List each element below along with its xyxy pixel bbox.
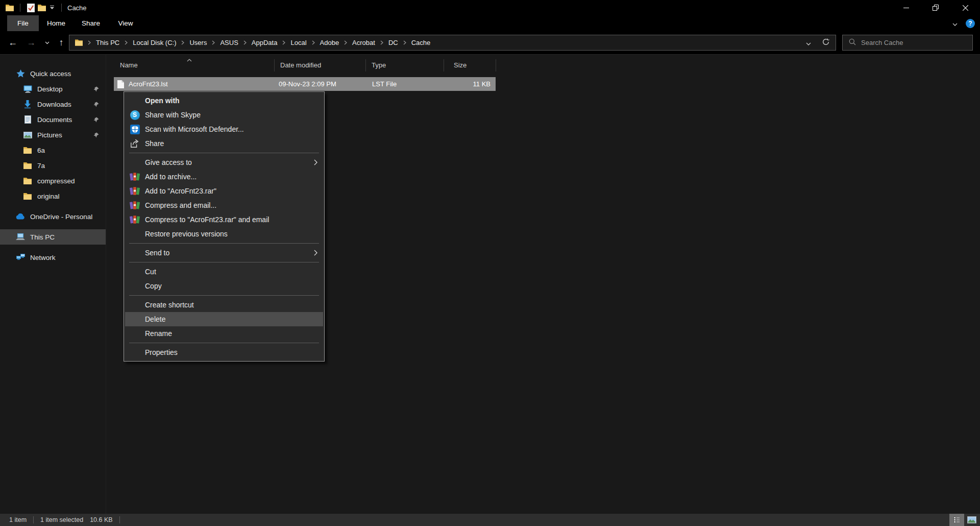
- breadcrumb-chevron-icon: [344, 40, 347, 45]
- breadcrumb-users[interactable]: Users: [188, 39, 208, 46]
- menu-item-cut[interactable]: Cut: [124, 265, 324, 279]
- column-header-date-modified[interactable]: Date modified: [274, 55, 365, 75]
- breadcrumb-cache[interactable]: Cache: [410, 39, 432, 46]
- address-dropdown-chevron-icon[interactable]: [806, 38, 811, 47]
- menu-item-label: Share with Skype: [145, 111, 201, 119]
- restore-button[interactable]: [921, 0, 950, 15]
- sidebar-item-label: OneDrive - Personal: [30, 213, 92, 221]
- sidebar-item-this-pc[interactable]: This PC: [0, 229, 106, 245]
- column-header-name[interactable]: Name: [114, 55, 274, 75]
- file-explorer-window: Cache File Home Share View ? ← →: [0, 0, 980, 526]
- menu-item-compress-to-rar-and-email[interactable]: Compress to "AcroFnt23.rar" and email: [124, 212, 324, 227]
- menu-separator: [129, 153, 319, 153]
- menu-item-share[interactable]: Share: [124, 136, 324, 151]
- search-icon: [849, 38, 856, 47]
- menu-item-give-access-to[interactable]: Give access to: [124, 155, 324, 170]
- menu-item-scan-with-defender[interactable]: Scan with Microsoft Defender...: [124, 122, 324, 136]
- search-input[interactable]: [861, 39, 963, 46]
- breadcrumb-chevron-icon: [125, 40, 128, 45]
- toolbar-separator: [61, 4, 62, 12]
- sidebar-item-downloads[interactable]: Downloads: [0, 97, 106, 112]
- toolbar-separator: [20, 4, 20, 12]
- column-divider[interactable]: [444, 59, 444, 71]
- sidebar-item-desktop[interactable]: Desktop: [0, 81, 106, 97]
- breadcrumb-local[interactable]: Local: [289, 39, 307, 46]
- sidebar-item-6a[interactable]: 6a: [0, 142, 106, 158]
- breadcrumb-appdata[interactable]: AppData: [251, 39, 279, 46]
- column-header-type[interactable]: Type: [365, 55, 444, 75]
- submenu-chevron-icon: [314, 159, 317, 165]
- ribbon-tabs: File Home Share View: [0, 15, 980, 31]
- sidebar-item-7a[interactable]: 7a: [0, 158, 106, 173]
- menu-item-share-with-skype[interactable]: S Share with Skype: [124, 108, 324, 122]
- menu-item-copy[interactable]: Copy: [124, 279, 324, 293]
- menu-item-delete[interactable]: Delete: [125, 312, 323, 326]
- sidebar-item-quick-access[interactable]: Quick access: [0, 66, 106, 81]
- address-bar-tail: [806, 35, 829, 50]
- sidebar-item-onedrive[interactable]: OneDrive - Personal: [0, 209, 106, 224]
- column-divider[interactable]: [274, 59, 275, 71]
- address-bar[interactable]: This PC Local Disk (C:) Users ASUS AppDa…: [69, 35, 836, 51]
- selection-size: 10.6 KB: [90, 516, 112, 523]
- minimize-button[interactable]: [891, 0, 921, 15]
- customize-toolbar-chevron-icon[interactable]: [47, 2, 57, 14]
- menu-item-add-to-archive[interactable]: Add to archive...: [124, 170, 324, 184]
- onedrive-cloud-icon: [15, 213, 26, 220]
- breadcrumb-chevron-icon: [243, 40, 247, 45]
- recent-locations-chevron-icon[interactable]: [41, 31, 53, 54]
- menu-item-label: Restore previous versions: [145, 230, 228, 238]
- column-divider[interactable]: [496, 59, 496, 71]
- back-button[interactable]: ←: [4, 31, 21, 54]
- breadcrumb-chevron-icon: [181, 40, 184, 45]
- menu-separator: [129, 262, 319, 262]
- column-headers: Name Date modified Type Size: [106, 55, 980, 75]
- search-box[interactable]: [842, 35, 973, 51]
- tab-share[interactable]: Share: [74, 15, 108, 31]
- menu-item-properties[interactable]: Properties: [124, 345, 324, 360]
- new-folder-icon[interactable]: [36, 2, 47, 14]
- refresh-icon[interactable]: [822, 38, 829, 47]
- breadcrumb-this-pc[interactable]: This PC: [95, 39, 120, 46]
- expand-ribbon-chevron-icon[interactable]: [952, 19, 958, 28]
- column-header-size[interactable]: Size: [444, 55, 496, 75]
- menu-item-open-with[interactable]: Open with: [124, 93, 324, 108]
- navigation-pane: Quick access Desktop Downloads: [0, 55, 106, 514]
- table-row-selected[interactable]: AcroFnt23.lst 09-Nov-23 2:09 PM LST File…: [114, 77, 496, 91]
- file-name: AcroFnt23.lst: [129, 80, 168, 88]
- network-icon: [15, 254, 26, 261]
- window-title: Cache: [67, 4, 87, 12]
- properties-icon[interactable]: [25, 2, 36, 14]
- selection-count: 1 item selected: [40, 516, 83, 523]
- menu-separator: [129, 243, 319, 244]
- sidebar-item-pictures[interactable]: Pictures: [0, 127, 106, 142]
- breadcrumb-acrobat[interactable]: Acrobat: [351, 39, 376, 46]
- menu-item-send-to[interactable]: Send to: [124, 246, 324, 260]
- menu-item-create-shortcut[interactable]: Create shortcut: [124, 298, 324, 312]
- tab-file[interactable]: File: [7, 15, 39, 31]
- tab-home[interactable]: Home: [39, 15, 74, 31]
- sidebar-item-network[interactable]: Network: [0, 250, 106, 265]
- close-button[interactable]: [950, 0, 980, 15]
- sidebar-item-documents[interactable]: Documents: [0, 112, 106, 127]
- large-icons-view-button[interactable]: [964, 514, 979, 526]
- column-divider[interactable]: [365, 59, 366, 71]
- details-view-button[interactable]: [949, 514, 964, 526]
- up-button[interactable]: ↑: [54, 31, 68, 54]
- file-date-modified: 09-Nov-23 2:09 PM: [279, 80, 336, 88]
- menu-item-add-to-rar[interactable]: Add to "AcroFnt23.rar": [124, 184, 324, 198]
- defender-shield-icon: [129, 123, 141, 135]
- help-icon[interactable]: ?: [966, 19, 975, 28]
- breadcrumb-adobe[interactable]: Adobe: [319, 39, 340, 46]
- pictures-icon: [22, 132, 33, 138]
- tab-view[interactable]: View: [108, 15, 143, 31]
- menu-item-compress-and-email[interactable]: Compress and email...: [124, 198, 324, 212]
- menu-item-rename[interactable]: Rename: [124, 326, 324, 341]
- forward-button[interactable]: →: [22, 31, 40, 54]
- winrar-icon: [129, 199, 141, 211]
- breadcrumb-asus[interactable]: ASUS: [219, 39, 239, 46]
- sidebar-item-compressed[interactable]: compressed: [0, 173, 106, 188]
- sidebar-item-original[interactable]: original: [0, 188, 106, 204]
- breadcrumb-dc[interactable]: DC: [387, 39, 399, 46]
- menu-item-restore-previous-versions[interactable]: Restore previous versions: [124, 227, 324, 241]
- breadcrumb-local-disk-c[interactable]: Local Disk (C:): [132, 39, 177, 46]
